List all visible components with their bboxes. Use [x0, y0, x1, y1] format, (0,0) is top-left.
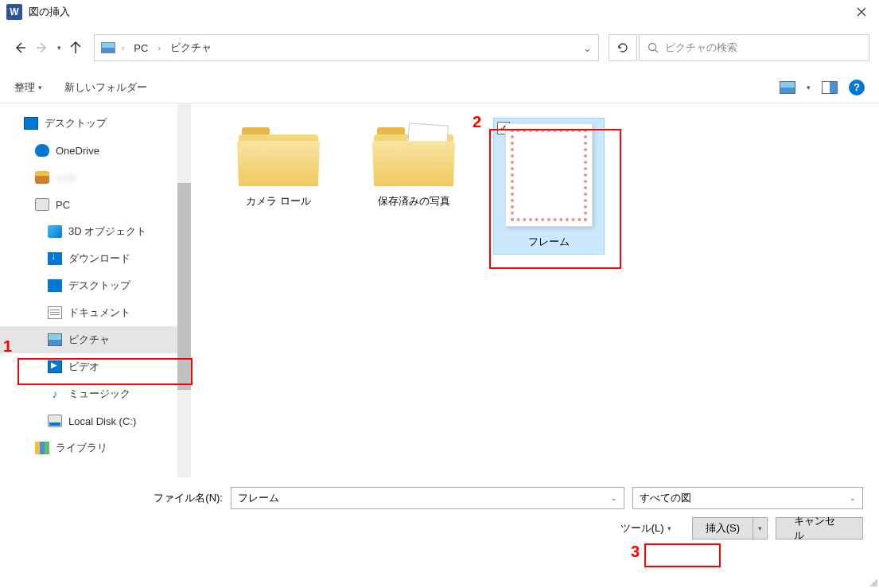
sidebar-item-documents[interactable]: ドキュメント: [0, 299, 191, 326]
filter-dropdown-icon: ⌄: [850, 494, 856, 502]
sidebar-item-onedrive[interactable]: OneDrive: [0, 137, 191, 164]
search-input[interactable]: ピクチャの検索: [639, 34, 869, 61]
file-label: カメラ ロール: [246, 194, 311, 208]
sidebar-item-desktop2[interactable]: デスクトップ: [0, 272, 191, 299]
main-area: デスクトップ OneDrive User PC 3D オブジェクト ダウンロード…: [0, 103, 879, 477]
insert-dropdown-button[interactable]: ▾: [753, 517, 768, 539]
insert-button[interactable]: 挿入(S): [692, 517, 753, 539]
frame-thumbnail: [505, 123, 593, 227]
search-placeholder: ピクチャの検索: [665, 41, 737, 55]
titlebar: W 図の挿入: [0, 0, 879, 24]
file-label: フレーム: [528, 235, 570, 249]
close-button[interactable]: [843, 0, 879, 24]
pictures-location-icon: [101, 42, 115, 53]
preview-pane-toggle[interactable]: [822, 81, 838, 94]
address-dropdown[interactable]: ⌄: [583, 42, 592, 54]
word-icon: W: [6, 4, 22, 20]
file-label: 保存済みの写真: [378, 194, 450, 208]
file-type-filter[interactable]: すべての図 ⌄: [632, 487, 863, 509]
file-frame[interactable]: フレーム: [493, 118, 605, 255]
sidebar-item-pictures[interactable]: ピクチャ: [0, 326, 191, 353]
nav-back-button[interactable]: [10, 37, 30, 58]
arrow-left-icon: [14, 41, 26, 54]
breadcrumb-sep: ›: [122, 44, 124, 53]
sidebar-item-videos[interactable]: ビデオ: [0, 353, 191, 380]
nav-forward-button[interactable]: [32, 37, 53, 58]
sidebar-item-user[interactable]: User: [0, 164, 191, 191]
view-mode-icon[interactable]: [780, 81, 795, 94]
filename-dropdown-icon[interactable]: ⌄: [611, 494, 617, 502]
toolbar: 整理 ▾ 新しいフォルダー ▾ ?: [0, 72, 879, 103]
sidebar-item-pc[interactable]: PC: [0, 191, 191, 218]
filename-input[interactable]: フレーム ⌄: [231, 487, 624, 509]
cancel-button[interactable]: キャンセル: [776, 517, 863, 539]
nav-history-dropdown[interactable]: ▾: [54, 44, 64, 52]
sidebar-tree[interactable]: デスクトップ OneDrive User PC 3D オブジェクト ダウンロード…: [0, 103, 191, 477]
sidebar-item-library[interactable]: ライブラリ: [0, 434, 191, 461]
address-bar[interactable]: › PC › ピクチャ ⌄: [94, 34, 599, 61]
refresh-icon: [616, 41, 629, 54]
filename-label: ファイル名(N):: [16, 491, 223, 505]
file-list[interactable]: カメラ ロール 保存済みの写真 フレーム: [191, 103, 879, 477]
organize-menu[interactable]: 整理 ▾: [14, 80, 42, 95]
refresh-button[interactable]: [609, 34, 637, 61]
arrow-right-icon: [36, 41, 49, 54]
breadcrumb-sep: ›: [158, 44, 160, 53]
sidebar-item-downloads[interactable]: ダウンロード: [0, 245, 191, 272]
view-mode-dropdown[interactable]: ▾: [807, 84, 811, 92]
sidebar-item-localdisk[interactable]: Local Disk (C:): [0, 407, 191, 434]
tools-menu[interactable]: ツール(L) ▾: [620, 521, 671, 535]
annotation-3: 3: [631, 543, 640, 561]
insert-split-button: 挿入(S) ▾: [692, 517, 768, 539]
close-icon: [857, 7, 866, 17]
annotation-1: 1: [3, 337, 12, 356]
search-icon: [648, 42, 659, 53]
nav-up-button[interactable]: [65, 37, 86, 58]
breadcrumb-pictures[interactable]: ピクチャ: [167, 39, 215, 56]
breadcrumb-pc[interactable]: PC: [130, 41, 151, 56]
arrow-up-icon: [69, 41, 82, 54]
filename-value: フレーム: [238, 491, 279, 505]
sidebar-item-desktop[interactable]: デスクトップ: [0, 110, 191, 137]
new-folder-button[interactable]: 新しいフォルダー: [64, 80, 147, 95]
folder-saved-pictures[interactable]: 保存済みの写真: [358, 118, 469, 213]
folder-icon: [374, 123, 453, 186]
sidebar-item-3dobjects[interactable]: 3D オブジェクト: [0, 218, 191, 245]
svg-point-0: [649, 44, 656, 51]
folder-icon: [239, 123, 318, 186]
bottom-bar: ファイル名(N): フレーム ⌄ すべての図 ⌄ ツール(L) ▾ 挿入(S) …: [0, 477, 879, 551]
annotation-2: 2: [473, 113, 481, 131]
navbar: ▾ › PC › ピクチャ ⌄ ピクチャの検索: [0, 30, 879, 65]
dialog-title: 図の挿入: [29, 5, 843, 19]
folder-camera-roll[interactable]: カメラ ロール: [223, 118, 334, 213]
help-button[interactable]: ?: [849, 80, 865, 95]
sidebar-item-music[interactable]: ミュージック: [0, 380, 191, 407]
scrollbar-thumb[interactable]: [177, 183, 191, 390]
resize-grip[interactable]: [868, 577, 877, 586]
